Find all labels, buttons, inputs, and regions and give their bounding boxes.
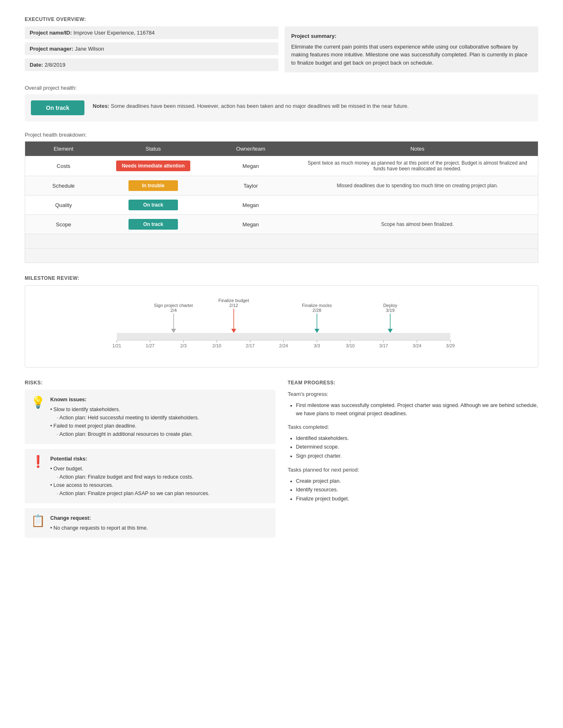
svg-marker-13 bbox=[315, 329, 320, 333]
svg-text:2/3: 2/3 bbox=[180, 343, 187, 348]
health-notes-box: Notes: Some deadlines have been missed. … bbox=[93, 100, 409, 110]
risk-icon: 📋 bbox=[30, 514, 45, 528]
svg-marker-17 bbox=[388, 329, 393, 333]
status-badge: On track bbox=[128, 200, 178, 210]
svg-text:2/17: 2/17 bbox=[246, 343, 255, 348]
owner-cell: Taylor bbox=[205, 176, 297, 195]
notes-cell: Spent twice as much money as planned for… bbox=[297, 156, 538, 176]
risks-section: RISKS: 💡Known issues:• Slow to identify … bbox=[25, 380, 276, 543]
risk-content-line: · Action plan: Finalize project plan ASA… bbox=[50, 489, 210, 498]
risk-content-line: · Action plan: Held successful meeting t… bbox=[50, 414, 199, 422]
completed-label: Tasks completed: bbox=[288, 423, 539, 432]
col-header-status: Status bbox=[102, 142, 204, 156]
svg-text:3/24: 3/24 bbox=[413, 343, 421, 348]
progress-label: Team's progress: bbox=[288, 390, 539, 399]
svg-text:3/3: 3/3 bbox=[314, 343, 320, 348]
table-row: QualityOn trackMegan bbox=[25, 195, 538, 215]
owner-cell: Megan bbox=[205, 215, 297, 234]
notes-cell bbox=[297, 195, 538, 215]
team-progress-section: TEAM PROGRESS: Team's progress: First mi… bbox=[288, 380, 539, 543]
table-row: ScheduleIn troubleTaylorMissed deadlines… bbox=[25, 176, 538, 195]
svg-text:Finalize budget: Finalize budget bbox=[218, 298, 249, 303]
completed-task-item: Determined scope. bbox=[296, 443, 539, 451]
svg-rect-0 bbox=[117, 333, 451, 340]
team-progress-title: TEAM PROGRESS: bbox=[288, 380, 539, 386]
status-cell: On track bbox=[102, 195, 204, 215]
completed-task-item: Sign project charter. bbox=[296, 452, 539, 461]
project-summary-box: Project summary: Eliminate the current p… bbox=[285, 26, 538, 72]
status-cell: Needs immediate attention bbox=[102, 156, 204, 176]
svg-text:2/28: 2/28 bbox=[313, 308, 321, 313]
svg-text:2/4: 2/4 bbox=[171, 308, 177, 313]
project-name-value: Improve User Experience, 116784 bbox=[73, 30, 154, 36]
svg-text:1/21: 1/21 bbox=[112, 343, 121, 348]
risk-content: Known issues:• Slow to identify stakehol… bbox=[50, 395, 199, 438]
project-name-label: Project name/ID: bbox=[30, 30, 72, 36]
owner-cell: Megan bbox=[205, 156, 297, 176]
risk-item: 💡Known issues:• Slow to identify stakeho… bbox=[25, 390, 276, 444]
date-label: Date: bbox=[30, 62, 43, 68]
element-cell: Scope bbox=[25, 215, 102, 234]
breakdown-table: Element Status Owner/team Notes CostsNee… bbox=[25, 141, 538, 263]
progress-text-item: First milestone was successfully complet… bbox=[296, 401, 539, 418]
svg-text:3/17: 3/17 bbox=[379, 343, 388, 348]
summary-label: Project summary: bbox=[291, 32, 532, 40]
manager-row: Project manager: Jane Wilson bbox=[25, 42, 278, 55]
risk-content-line: • Slow to identify stakeholders. bbox=[50, 405, 199, 414]
status-cell: In trouble bbox=[102, 176, 204, 195]
risk-content: Potential risks:• Over budget. · Action … bbox=[50, 455, 210, 498]
overall-health-section: Overall project health: On track Notes: … bbox=[25, 85, 538, 121]
team-progress-box: Team's progress: First milestone was suc… bbox=[288, 390, 539, 503]
risk-content-line: • Lose access to resources. bbox=[50, 481, 210, 489]
table-row: ScopeOn trackMeganScope has almost been … bbox=[25, 215, 538, 234]
planned-label: Tasks planned for next period: bbox=[288, 465, 539, 474]
risk-content-line: · Action plan: Brought in additional res… bbox=[50, 430, 199, 438]
notes-cell: Missed deadlines due to spending too muc… bbox=[297, 176, 538, 195]
exec-left-col: Project name/ID: Improve User Experience… bbox=[25, 26, 278, 72]
risks-title: RISKS: bbox=[25, 380, 276, 386]
svg-text:Sign project charter: Sign project charter bbox=[154, 303, 194, 308]
col-header-owner: Owner/team bbox=[205, 142, 297, 156]
notes-cell: Scope has almost been finalized. bbox=[297, 215, 538, 234]
planned-task-item: Finalize project budget. bbox=[296, 495, 539, 503]
table-row-empty bbox=[25, 234, 538, 249]
executive-overview-section: EXECUTIVE OVERVIEW: Project name/ID: Imp… bbox=[25, 16, 538, 72]
col-header-notes: Notes bbox=[297, 142, 538, 156]
svg-text:3/29: 3/29 bbox=[446, 343, 455, 348]
svg-text:2/12: 2/12 bbox=[229, 303, 238, 308]
manager-value: Jane Wilson bbox=[75, 46, 104, 52]
svg-text:1/27: 1/27 bbox=[146, 343, 154, 348]
svg-marker-5 bbox=[171, 329, 176, 333]
planned-task-item: Create project plan. bbox=[296, 477, 539, 486]
svg-text:Deploy: Deploy bbox=[383, 303, 397, 308]
milestone-chart: Sign project charter 2/4 Finalize budget… bbox=[25, 285, 538, 367]
overall-status-badge: On track bbox=[31, 100, 84, 115]
health-breakdown-section: Project health breakdown: Element Status… bbox=[25, 132, 538, 263]
element-cell: Quality bbox=[25, 195, 102, 215]
risk-heading: Known issues: bbox=[50, 395, 199, 404]
svg-text:3/10: 3/10 bbox=[346, 343, 355, 348]
risk-item: ❗Potential risks:• Over budget. · Action… bbox=[25, 449, 276, 503]
col-header-element: Element bbox=[25, 142, 102, 156]
overall-health-label: Overall project health: bbox=[25, 85, 538, 91]
health-overall-box: On track Notes: Some deadlines have been… bbox=[25, 94, 538, 121]
timeline-svg: Sign project charter 2/4 Finalize budget… bbox=[33, 294, 530, 360]
risk-content: Change request:• No change requests to r… bbox=[50, 514, 148, 532]
svg-text:2/24: 2/24 bbox=[279, 343, 288, 348]
risk-content-line: · Action plan: Finalize budget and find … bbox=[50, 473, 210, 481]
milestone-title: MILESTONE REVIEW: bbox=[25, 275, 538, 281]
table-row-empty bbox=[25, 249, 538, 263]
notes-label: Notes: bbox=[93, 103, 109, 109]
planned-task-item: Identify resources. bbox=[296, 486, 539, 494]
status-badge: On track bbox=[128, 219, 178, 230]
element-cell: Costs bbox=[25, 156, 102, 176]
risk-content-line: • Over budget. bbox=[50, 465, 210, 473]
date-value: 2/8/2019 bbox=[44, 62, 65, 68]
risk-content-line: • Failed to meet project plan deadline. bbox=[50, 422, 199, 430]
risk-content-line: • No change requests to report at this t… bbox=[50, 524, 148, 532]
bottom-section: RISKS: 💡Known issues:• Slow to identify … bbox=[25, 380, 538, 543]
risk-heading: Change request: bbox=[50, 514, 148, 522]
date-row: Date: 2/8/2019 bbox=[25, 58, 278, 71]
project-name-row: Project name/ID: Improve User Experience… bbox=[25, 26, 278, 39]
risk-icon: ❗ bbox=[30, 455, 45, 468]
